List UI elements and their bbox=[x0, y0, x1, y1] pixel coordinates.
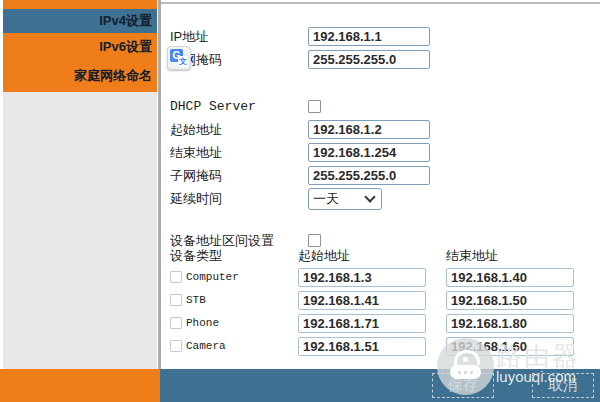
subnet-mask-input[interactable] bbox=[308, 166, 430, 185]
sidebar-empty-panel bbox=[3, 92, 157, 369]
device-range-table: 设备类型 起始地址 结束地址 Computer STB bbox=[161, 249, 600, 357]
camera-checkbox[interactable] bbox=[170, 340, 182, 352]
sidebar-item-ipv6[interactable]: IPv6设置 bbox=[3, 33, 157, 61]
table-row: Phone bbox=[170, 312, 600, 334]
subnet-mask-label: 子网掩码 bbox=[161, 167, 308, 185]
settings-form-panel: IP地址 子网掩码 G 文 DHCP Server bbox=[161, 0, 600, 369]
device-start-header: 起始地址 bbox=[298, 247, 446, 265]
phone-end-input[interactable] bbox=[446, 314, 574, 333]
device-type-header: 设备类型 bbox=[170, 247, 298, 265]
end-address-label: 结束地址 bbox=[161, 144, 308, 162]
camera-label: Camera bbox=[186, 340, 226, 352]
cancel-button[interactable]: 取消 bbox=[532, 373, 594, 398]
footer-action-bar: 保存 取消 bbox=[160, 369, 600, 402]
device-table-header: 设备类型 起始地址 结束地址 bbox=[170, 249, 600, 265]
end-address-input[interactable] bbox=[308, 143, 430, 162]
phone-checkbox[interactable] bbox=[170, 317, 182, 329]
lease-time-label: 延续时间 bbox=[161, 190, 308, 208]
start-address-row: 起始地址 bbox=[161, 118, 600, 141]
phone-start-input[interactable] bbox=[298, 314, 426, 333]
dhcp-server-row: DHCP Server bbox=[161, 95, 600, 118]
start-address-input[interactable] bbox=[308, 120, 430, 139]
sidebar-item-ipv4[interactable]: IPv4设置 bbox=[3, 9, 157, 33]
computer-label: Computer bbox=[186, 271, 239, 283]
phone-label: Phone bbox=[186, 317, 219, 329]
subnet-mask-top-row: 子网掩码 G 文 bbox=[161, 48, 600, 71]
lease-time-value: 一天 bbox=[313, 190, 339, 208]
sidebar-footer-strip bbox=[0, 369, 160, 402]
translate-wen-glyph: 文 bbox=[178, 56, 188, 67]
start-address-label: 起始地址 bbox=[161, 121, 308, 139]
router-settings-page: IPv4设置 IPv6设置 家庭网络命名 IP地址 子网掩码 G bbox=[0, 0, 600, 402]
stb-checkbox[interactable] bbox=[170, 294, 182, 306]
computer-checkbox[interactable] bbox=[170, 271, 182, 283]
camera-end-input[interactable] bbox=[446, 337, 574, 356]
ip-address-row: IP地址 bbox=[161, 25, 600, 48]
save-button[interactable]: 保存 bbox=[432, 373, 494, 398]
ip-address-label: IP地址 bbox=[161, 28, 308, 46]
subnet-mask-top-input[interactable] bbox=[308, 50, 430, 69]
sidebar-item-home-network-naming[interactable]: 家庭网络命名 bbox=[3, 61, 157, 91]
table-row: STB bbox=[170, 289, 600, 311]
sidebar: IPv4设置 IPv6设置 家庭网络命名 bbox=[0, 0, 160, 402]
lease-time-row: 延续时间 一天 bbox=[161, 187, 600, 210]
stb-start-input[interactable] bbox=[298, 291, 426, 310]
camera-start-input[interactable] bbox=[298, 337, 426, 356]
subnet-mask-row: 子网掩码 bbox=[161, 164, 600, 187]
ip-address-input[interactable] bbox=[308, 27, 430, 46]
sidebar-nav: IPv4设置 IPv6设置 家庭网络命名 bbox=[3, 0, 157, 92]
google-translate-icon[interactable]: G 文 bbox=[167, 46, 191, 70]
dhcp-server-label: DHCP Server bbox=[161, 99, 308, 114]
device-range-toggle-checkbox[interactable] bbox=[308, 234, 321, 247]
dhcp-server-checkbox[interactable] bbox=[308, 100, 321, 113]
table-row: Camera bbox=[170, 335, 600, 357]
stb-end-input[interactable] bbox=[446, 291, 574, 310]
computer-end-input[interactable] bbox=[446, 268, 574, 287]
lease-time-select[interactable]: 一天 bbox=[308, 188, 382, 210]
computer-start-input[interactable] bbox=[298, 268, 426, 287]
chevron-down-icon bbox=[364, 191, 375, 202]
stb-label: STB bbox=[186, 294, 206, 306]
end-address-row: 结束地址 bbox=[161, 141, 600, 164]
table-row: Computer bbox=[170, 266, 600, 288]
device-end-header: 结束地址 bbox=[446, 247, 594, 265]
